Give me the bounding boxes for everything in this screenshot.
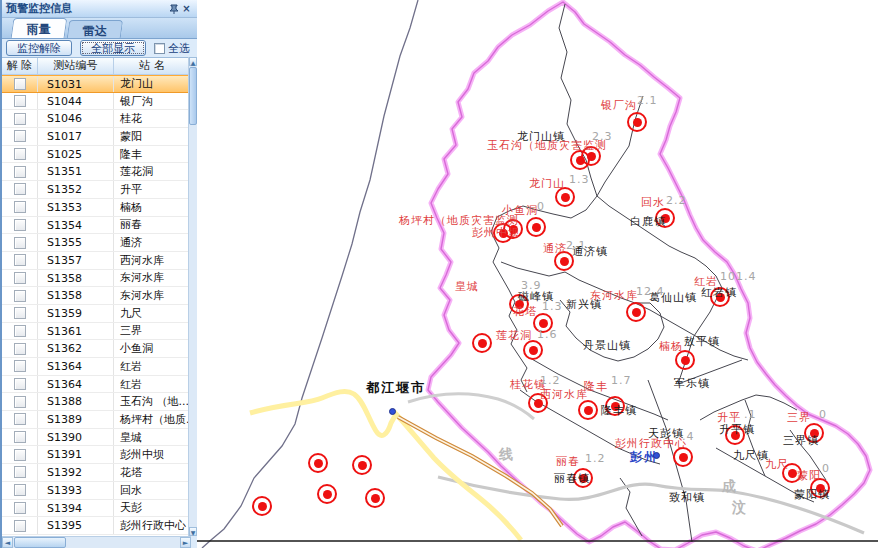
- close-icon[interactable]: ×: [180, 2, 193, 15]
- alert-station-marker[interactable]: [352, 455, 372, 475]
- alert-marker-dot: [529, 346, 538, 355]
- table-row[interactable]: S1391彭州中坝: [2, 446, 191, 464]
- station-label: 西河水库: [540, 389, 588, 401]
- table-row[interactable]: S1351莲花洞: [2, 163, 191, 181]
- release-checkbox[interactable]: [14, 378, 26, 390]
- table-row[interactable]: S1017蒙阳: [2, 128, 191, 146]
- tab-0-active[interactable]: 雨量: [11, 18, 68, 38]
- release-checkbox[interactable]: [14, 272, 26, 284]
- station-name-cell: 皇城: [114, 429, 191, 446]
- alert-marker-dot: [371, 494, 380, 503]
- vertical-scroll-thumb[interactable]: [189, 67, 197, 125]
- alert-station-marker[interactable]: [578, 400, 598, 420]
- release-checkbox[interactable]: [14, 325, 26, 337]
- release-checkbox[interactable]: [14, 113, 26, 125]
- table-row[interactable]: S1362小鱼洞: [2, 340, 191, 358]
- scroll-down-arrow[interactable]: ▼: [189, 527, 197, 536]
- tab-1[interactable]: 雷达: [67, 20, 124, 38]
- horizontal-scroll-thumb[interactable]: [14, 537, 66, 548]
- release-checkbox[interactable]: [14, 166, 26, 178]
- release-checkbox[interactable]: [14, 95, 26, 107]
- release-checkbox[interactable]: [14, 449, 26, 461]
- alert-station-marker[interactable]: [523, 340, 543, 360]
- table-row[interactable]: S1361三界: [2, 323, 191, 341]
- station-label: 楠杨: [659, 341, 683, 353]
- alert-station-marker[interactable]: [472, 333, 492, 353]
- release-checkbox[interactable]: [14, 396, 26, 408]
- table-row[interactable]: S1046桂花: [2, 110, 191, 128]
- table-row[interactable]: S1357西河水库: [2, 252, 191, 270]
- pin-icon[interactable]: [167, 2, 180, 15]
- table-row[interactable]: S1358东河水库: [2, 270, 191, 288]
- station-id-cell: S1392: [38, 464, 114, 481]
- release-checkbox[interactable]: [14, 237, 26, 249]
- rain-value-label: 1.2: [540, 375, 561, 387]
- alert-station-marker[interactable]: [317, 484, 337, 504]
- release-checkbox[interactable]: [14, 130, 26, 142]
- column-header-release[interactable]: 解 除: [2, 58, 38, 74]
- rain-value-label: 2.3: [592, 131, 613, 143]
- release-checkbox[interactable]: [14, 360, 26, 372]
- column-header-station-name[interactable]: 站 名: [114, 58, 191, 74]
- table-row[interactable]: S1358东河水库: [2, 287, 191, 305]
- select-all-checkbox[interactable]: [154, 43, 165, 54]
- table-row[interactable]: S1364红岩: [2, 358, 191, 376]
- table-row[interactable]: S1392花塔: [2, 464, 191, 482]
- show-all-button[interactable]: 全部显示: [80, 40, 146, 56]
- table-row[interactable]: S1389杨坪村（地质..: [2, 411, 191, 429]
- vertical-scrollbar[interactable]: ▲ ▼: [188, 57, 197, 536]
- alert-station-marker[interactable]: [555, 187, 575, 207]
- rain-value-label: 1.2: [585, 453, 606, 465]
- release-checkbox[interactable]: [14, 219, 26, 231]
- town-label: 敖平镇: [684, 336, 720, 348]
- release-checkbox[interactable]: [14, 413, 26, 425]
- table-header: 解 除 测站编号 站 名: [2, 58, 191, 75]
- town-label: 丽春镇: [554, 473, 590, 485]
- horizontal-scrollbar[interactable]: ◄ ►: [2, 536, 191, 548]
- alert-station-marker[interactable]: [365, 488, 385, 508]
- table-row[interactable]: S1352升平: [2, 181, 191, 199]
- alert-station-marker[interactable]: [308, 453, 328, 473]
- alert-station-marker[interactable]: [626, 302, 646, 322]
- monitor-release-button[interactable]: 监控解除: [6, 40, 72, 56]
- release-checkbox[interactable]: [14, 502, 26, 514]
- release-checkbox[interactable]: [14, 78, 26, 90]
- release-checkbox[interactable]: [14, 290, 26, 302]
- release-checkbox[interactable]: [14, 484, 26, 496]
- release-checkbox[interactable]: [14, 148, 26, 160]
- table-row[interactable]: S1354丽春: [2, 217, 191, 235]
- table-row[interactable]: S1031龙门山: [2, 75, 191, 93]
- scroll-left-arrow[interactable]: ◄: [2, 537, 13, 548]
- release-checkbox[interactable]: [14, 307, 26, 319]
- alert-station-marker[interactable]: [627, 112, 647, 132]
- scroll-right-arrow[interactable]: ►: [180, 537, 191, 548]
- table-row[interactable]: S1388玉石沟 （地...: [2, 393, 191, 411]
- table-row[interactable]: S1355通济: [2, 234, 191, 252]
- release-cell: [2, 252, 38, 269]
- alert-station-marker[interactable]: [675, 350, 695, 370]
- table-row[interactable]: S1025隆丰: [2, 146, 191, 164]
- table-row[interactable]: S1390皇城: [2, 429, 191, 447]
- table-row[interactable]: S1364红岩: [2, 376, 191, 394]
- alert-station-marker[interactable]: [526, 217, 546, 237]
- release-checkbox[interactable]: [14, 254, 26, 266]
- column-header-station-id[interactable]: 测站编号: [38, 58, 114, 74]
- release-checkbox[interactable]: [14, 520, 26, 532]
- release-checkbox[interactable]: [14, 431, 26, 443]
- table-row[interactable]: S1044银厂沟: [2, 93, 191, 111]
- town-label: 隆丰镇: [601, 405, 637, 417]
- table-row[interactable]: S1394天彭: [2, 500, 191, 518]
- release-checkbox[interactable]: [14, 343, 26, 355]
- release-cell: [2, 464, 38, 481]
- scroll-up-arrow[interactable]: ▲: [189, 57, 197, 66]
- release-checkbox[interactable]: [14, 183, 26, 195]
- alert-station-marker[interactable]: [673, 447, 693, 467]
- table-row[interactable]: S1393回水: [2, 482, 191, 500]
- table-row[interactable]: S1395彭州行政中心: [2, 517, 191, 535]
- alert-station-marker[interactable]: [252, 496, 272, 516]
- station-id-cell: S1358: [38, 287, 114, 304]
- release-checkbox[interactable]: [14, 466, 26, 478]
- table-row[interactable]: S1359九尺: [2, 305, 191, 323]
- release-checkbox[interactable]: [14, 201, 26, 213]
- table-row[interactable]: S1353楠杨: [2, 199, 191, 217]
